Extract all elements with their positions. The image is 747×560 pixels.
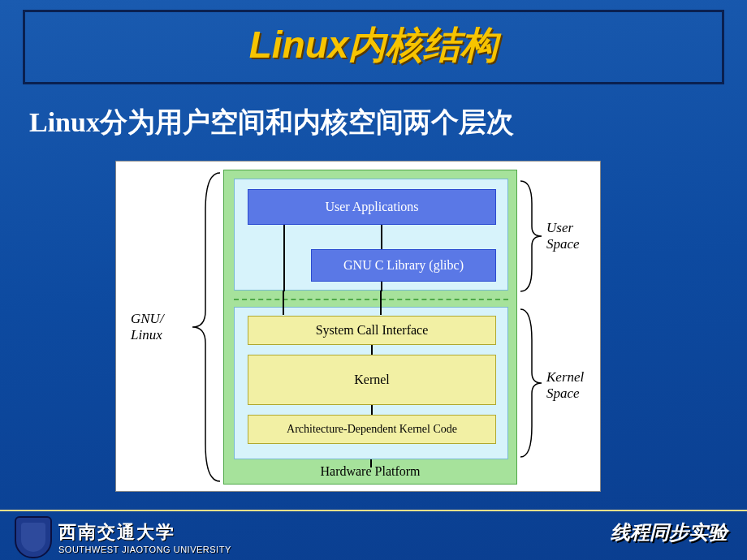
sci-box: System Call Interface — [248, 316, 496, 345]
kernel-space-box: System Call Interface Kernel Architectur… — [234, 307, 508, 459]
shield-icon — [15, 516, 52, 558]
footer: 西南交通大学 SOUTHWEST JIAOTONG UNIVERSITY 线程同… — [0, 510, 747, 560]
footer-caption: 线程同步实验 — [611, 519, 728, 545]
label-user-space: User Space — [546, 220, 580, 253]
connector — [283, 291, 284, 315]
connector — [371, 405, 373, 415]
label-gnu-linux: GNU/ Linux — [131, 311, 164, 344]
platform-box: User Applications GNU C Library (glibc) … — [223, 170, 517, 485]
brace-right-kernel — [519, 308, 543, 459]
connector — [380, 291, 382, 315]
hardware-label: Hardware Platform — [224, 464, 516, 479]
connector — [283, 225, 285, 291]
university-logo: 西南交通大学 SOUTHWEST JIAOTONG UNIVERSITY — [15, 516, 231, 558]
user-kernel-divider — [234, 299, 508, 300]
user-applications-box: User Applications — [248, 189, 496, 225]
connector — [381, 225, 382, 249]
architecture-diagram: GNU/ Linux User Space Kernel Space User … — [115, 161, 601, 492]
arch-code-box: Architecture-Dependent Kernel Code — [248, 415, 496, 444]
slide-subtitle: Linux分为用户空间和内核空间两个层次 — [29, 104, 747, 141]
slide-title: Linux内核结构 — [25, 20, 722, 71]
brace-left — [189, 171, 222, 483]
user-space-box: User Applications GNU C Library (glibc) — [234, 179, 508, 291]
brace-right-user — [519, 179, 543, 293]
kernel-box: Kernel — [248, 355, 496, 405]
title-box: Linux内核结构 — [23, 10, 724, 84]
university-name: 西南交通大学 SOUTHWEST JIAOTONG UNIVERSITY — [58, 520, 231, 554]
connector — [371, 345, 373, 355]
label-kernel-space: Kernel Space — [546, 369, 584, 403]
glibc-box: GNU C Library (glibc) — [311, 249, 496, 282]
